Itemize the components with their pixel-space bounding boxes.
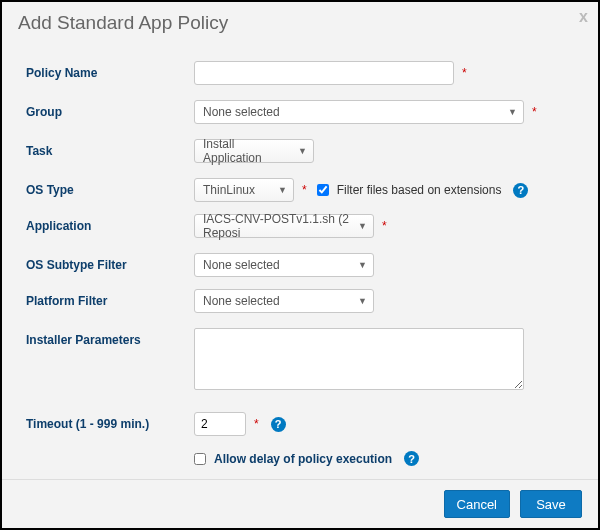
required-marker: * <box>302 183 307 197</box>
policy-name-input[interactable] <box>194 61 454 85</box>
platform-select[interactable]: None selected ▼ <box>194 289 374 313</box>
dialog-header: Add Standard App Policy x <box>2 2 598 42</box>
required-marker: * <box>254 417 259 431</box>
help-icon[interactable]: ? <box>271 417 286 432</box>
help-icon[interactable]: ? <box>404 451 419 466</box>
dialog-footer: Cancel Save <box>2 479 598 528</box>
task-select-value: Install Application <box>203 137 292 165</box>
platform-select-value: None selected <box>203 294 280 308</box>
label-platform-filter: Platform Filter <box>26 289 194 308</box>
dialog-body: Policy Name * Group None selected ▼ * Ta… <box>2 42 598 479</box>
task-select[interactable]: Install Application ▼ <box>194 139 314 163</box>
label-empty <box>26 451 194 456</box>
required-marker: * <box>532 105 537 119</box>
required-marker: * <box>382 219 387 233</box>
dialog-title: Add Standard App Policy <box>18 12 228 33</box>
chevron-down-icon: ▼ <box>358 260 367 270</box>
application-select-value: IACS-CNV-POSTv1.1.sh (2 Reposi <box>203 212 352 240</box>
allow-delay-checkbox[interactable] <box>194 453 206 465</box>
label-installer-parameters: Installer Parameters <box>26 328 194 347</box>
save-button[interactable]: Save <box>520 490 582 518</box>
allow-delay-label: Allow delay of policy execution <box>214 452 392 466</box>
dialog-add-standard-app-policy: Add Standard App Policy x Policy Name * … <box>0 0 600 530</box>
os-subtype-select[interactable]: None selected ▼ <box>194 253 374 277</box>
group-select[interactable]: None selected ▼ <box>194 100 524 124</box>
label-policy-name: Policy Name <box>26 61 194 80</box>
label-application: Application <box>26 214 194 233</box>
os-type-select-value: ThinLinux <box>203 183 255 197</box>
os-subtype-select-value: None selected <box>203 258 280 272</box>
cancel-button[interactable]: Cancel <box>444 490 510 518</box>
filter-extensions-checkbox[interactable] <box>317 184 329 196</box>
label-os-subtype-filter: OS Subtype Filter <box>26 253 194 272</box>
chevron-down-icon: ▼ <box>298 146 307 156</box>
application-select[interactable]: IACS-CNV-POSTv1.1.sh (2 Reposi ▼ <box>194 214 374 238</box>
label-os-type: OS Type <box>26 178 194 197</box>
chevron-down-icon: ▼ <box>358 296 367 306</box>
timeout-input[interactable] <box>194 412 246 436</box>
chevron-down-icon: ▼ <box>508 107 517 117</box>
installer-parameters-textarea[interactable] <box>194 328 524 390</box>
group-select-value: None selected <box>203 105 280 119</box>
filter-extensions-label: Filter files based on extensions <box>337 183 502 197</box>
chevron-down-icon: ▼ <box>358 221 367 231</box>
label-task: Task <box>26 139 194 158</box>
close-icon[interactable]: x <box>579 8 588 26</box>
label-timeout: Timeout (1 - 999 min.) <box>26 412 194 431</box>
chevron-down-icon: ▼ <box>278 185 287 195</box>
label-group: Group <box>26 100 194 119</box>
help-icon[interactable]: ? <box>513 183 528 198</box>
os-type-select[interactable]: ThinLinux ▼ <box>194 178 294 202</box>
required-marker: * <box>462 66 467 80</box>
